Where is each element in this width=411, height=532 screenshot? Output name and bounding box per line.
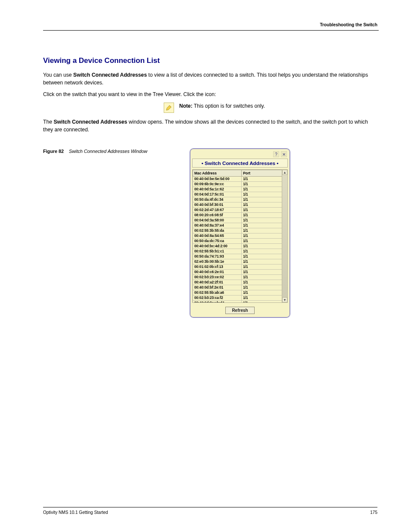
para2a: Click on the switch that you want to vie… [43, 91, 184, 97]
cell-port: 1/1 [242, 254, 282, 259]
table-row[interactable]: 00:02:b3:23:ce:021/1 [193, 275, 282, 280]
cell-mac: 00:04:0d:3a:58:00 [193, 218, 242, 223]
cell-port: 1/1 [242, 177, 282, 182]
scroll-down-icon[interactable]: ▼ [282, 297, 287, 302]
cell-mac: 08:00:20:c6:08:5f [193, 213, 242, 218]
table-row[interactable]: 00:40:0d:8a:ab:d41/1 [193, 301, 282, 303]
header-rule [43, 30, 379, 31]
table-row[interactable]: 00:50:da:74:71:931/1 [193, 254, 282, 259]
cell-port: 1/1 [242, 228, 282, 233]
table-row[interactable]: 00:40:0d:be:5e:5d:001/1 [193, 177, 282, 182]
cell-mac: 00:40:0d:8a:37:e4 [193, 223, 242, 228]
refresh-button[interactable]: Refresh [225, 307, 254, 314]
cell-port: 1/1 [242, 218, 282, 223]
header-chapter: Troubleshooting the Switch [320, 22, 377, 27]
table-row[interactable]: 00:40:0d:8a:37:e41/1 [193, 223, 282, 228]
table-row[interactable]: 00:50:da:4f:dc:341/1 [193, 197, 282, 202]
cell-port: 1/1 [242, 290, 282, 296]
table-row[interactable]: 00:01:02:0b:cf:131/1 [193, 264, 282, 270]
table-row[interactable]: 00:02:2d:47:18:671/1 [193, 208, 282, 213]
cell-port: 1/1 [242, 187, 282, 192]
column-header-port[interactable]: Port [242, 170, 282, 177]
cell-port: 1/1 [242, 182, 282, 187]
table-row[interactable]: 00:40:0d:a2:2f:011/1 [193, 280, 282, 285]
cell-port: 1/1 [242, 208, 282, 213]
scrollbar[interactable]: ▲ ▼ [282, 170, 287, 302]
footer-rule [43, 507, 377, 507]
footer-page-number: 175 [370, 510, 377, 515]
cell-port: 1/1 [242, 233, 282, 239]
cell-mac: 00:50:da:4f:dc:34 [193, 197, 242, 202]
cell-mac: 00:40:0d:a2:2f:01 [193, 280, 242, 285]
table-row[interactable]: 00:04:0d:3a:58:001/1 [193, 218, 282, 223]
widget-title: • Switch Connected Addresses • [192, 159, 288, 168]
cell-port: 1/1 [242, 264, 282, 270]
cell-mac: 00:02:b3:23:ca:f2 [193, 296, 242, 301]
table-row[interactable]: 02:e0:3b:00:5b:1e1/1 [193, 259, 282, 264]
paragraph-result: The Switch Connected Addresses window op… [43, 118, 379, 134]
table-row[interactable]: 00:40:0d:5a:1c:621/1 [193, 187, 282, 192]
figure-block: Figure 82 Switch Connected Addresses Win… [43, 148, 379, 318]
figure-title: Switch Connected Addresses Window [69, 149, 147, 154]
figure-caption: Figure 82 Switch Connected Addresses Win… [43, 148, 190, 318]
cell-port: 1/1 [242, 280, 282, 285]
note-text: Note: This option is for switches only. [179, 103, 265, 110]
table-row[interactable]: 00:40:0d:8a:54:651/1 [193, 233, 282, 239]
cell-mac: 00:40:0d:8a:ab:d4 [193, 301, 242, 303]
close-icon[interactable]: ✕ [281, 151, 287, 157]
cell-mac: 00:50:da:74:71:93 [193, 254, 242, 259]
cell-mac: 00:40:0d:8a:54:65 [193, 233, 242, 239]
cell-mac: 00:40:0d:bf:30:01 [193, 202, 242, 208]
cell-mac: 00:02:55:5b:b1:c1 [193, 249, 242, 254]
note-rest: This option is for switches only. [193, 103, 265, 109]
cell-port: 1/1 [242, 192, 282, 197]
table-row[interactable]: 08:00:20:c6:08:5f1/1 [193, 213, 282, 218]
cell-mac: 00:40:0d:5a:1c:62 [193, 187, 242, 192]
cell-port: 1/1 [242, 239, 282, 244]
table-row[interactable]: 00:02:55:3b:55:da1/1 [193, 228, 282, 233]
cell-mac: 00:04:0d:17:5c:01 [193, 192, 242, 197]
para3-bold: Switch Connected Addresses [53, 119, 127, 125]
cell-mac: 00:09:6b:0c:9e:cc [193, 182, 242, 187]
table-scroll-area: Mac Address Port 00:40:0d:be:5e:5d:001/1… [192, 169, 288, 303]
cell-mac: 00:40:0d:be:5e:5d:00 [193, 177, 242, 182]
section-heading: Viewing a Device Connection List [43, 56, 379, 65]
table-row[interactable]: 00:40:0d:bc:4d:2:001/1 [193, 244, 282, 249]
para1-pre: You can use [43, 72, 73, 78]
table-row[interactable]: 00:50:da:dc:75:ca1/1 [193, 239, 282, 244]
table-row[interactable]: 00:04:0d:17:5c:011/1 [193, 192, 282, 197]
screenshot-widget: ? ✕ • Switch Connected Addresses • Mac A… [190, 148, 290, 318]
table-row[interactable]: 00:02:55:5b:ab:a61/1 [193, 290, 282, 296]
cell-port: 1/1 [242, 270, 282, 275]
table-row[interactable]: 00:40:0d:c6:2e:011/1 [193, 270, 282, 275]
table-row[interactable]: 00:02:55:5b:b1:c11/1 [193, 249, 282, 254]
cell-port: 1/1 [242, 223, 282, 228]
cell-mac: 00:40:0d:bf:2e:01 [193, 285, 242, 290]
paragraph-intro: You can use Switch Connected Addresses t… [43, 71, 379, 87]
table-row[interactable]: 00:02:b3:23:ca:f21/1 [193, 296, 282, 301]
cell-port: 1/1 [242, 202, 282, 208]
help-icon[interactable]: ? [273, 151, 279, 157]
scroll-up-icon[interactable]: ▲ [282, 170, 287, 175]
table-row[interactable]: 00:40:0d:bf:2e:011/1 [193, 285, 282, 290]
table-row[interactable]: 00:40:0d:bf:30:011/1 [193, 202, 282, 208]
note-block: Note: This option is for switches only. [164, 103, 349, 113]
column-header-mac[interactable]: Mac Address [193, 170, 242, 177]
note-bold: Note: [179, 103, 193, 109]
cell-port: 1/1 [242, 249, 282, 254]
para1-bold: Switch Connected Addresses [73, 72, 147, 78]
paragraph-step: Click on the switch that you want to vie… [43, 90, 379, 98]
widget-topbar: ? ✕ [192, 151, 288, 158]
cell-mac: 00:02:2d:47:18:67 [193, 208, 242, 213]
cell-mac: 02:e0:3b:00:5b:1e [193, 259, 242, 264]
cell-mac: 00:02:55:5b:ab:a6 [193, 290, 242, 296]
cell-mac: 00:02:55:3b:55:da [193, 228, 242, 233]
table-row[interactable]: 00:09:6b:0c:9e:cc1/1 [193, 182, 282, 187]
cell-mac: 00:02:b3:23:ce:02 [193, 275, 242, 280]
cell-port: 1/1 [242, 259, 282, 264]
cell-port: 1/1 [242, 296, 282, 301]
cell-port: 1/1 [242, 197, 282, 202]
footer-doc-title: Optivity NMS 10.1 Getting Started [43, 510, 108, 515]
scroll-thumb[interactable] [282, 175, 287, 297]
connected-addresses-table: Mac Address Port 00:40:0d:be:5e:5d:001/1… [193, 170, 282, 302]
